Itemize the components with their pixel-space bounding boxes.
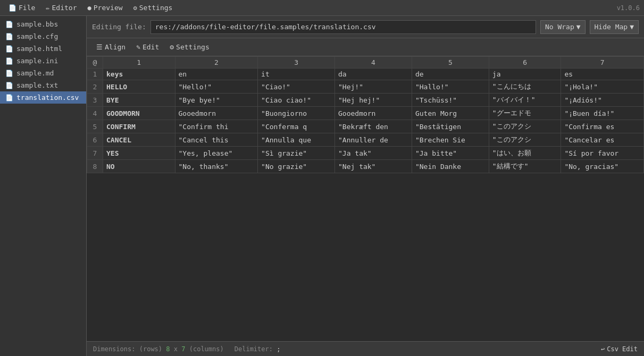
edit-label: Edit: [143, 43, 159, 51]
nowrap-dropdown[interactable]: No Wrap ▼: [540, 20, 586, 34]
table-cell[interactable]: "Ciao ciao!": [258, 94, 335, 107]
table-cell[interactable]: Gooedmorn: [335, 107, 412, 120]
row-key[interactable]: GOODMORN: [103, 107, 175, 120]
row-key[interactable]: CANCEL: [103, 133, 175, 147]
table-cell[interactable]: "Ciao!": [258, 80, 335, 94]
menu-preview[interactable]: ● Preview: [83, 2, 127, 13]
table-cell[interactable]: da: [335, 69, 412, 80]
csv-edit-button[interactable]: ↩ Csv Edit: [601, 345, 638, 353]
table-cell[interactable]: ja: [489, 69, 561, 80]
table-cell[interactable]: "Buongiorno: [258, 107, 335, 120]
settings-toolbar-label: Settings: [176, 43, 210, 51]
sidebar-item-sample-md[interactable]: 📄 sample.md: [0, 67, 86, 79]
table-cell[interactable]: "このアクシ: [489, 120, 561, 133]
hidemap-dropdown[interactable]: Hide Map ▼: [590, 20, 639, 34]
table-cell[interactable]: "Confirma es: [561, 120, 644, 133]
table-cell[interactable]: "Annuller de: [335, 133, 412, 147]
menu-settings[interactable]: ⚙ Settings: [129, 2, 177, 13]
row-key[interactable]: keys: [103, 69, 175, 80]
table-cell[interactable]: "No, thanks": [175, 160, 258, 173]
table-row[interactable]: 4GOODMORNGooedmorn"BuongiornoGooedmornGu…: [87, 107, 644, 120]
table-row[interactable]: 1keysenitdadejaes: [87, 69, 644, 80]
table-cell[interactable]: es: [561, 69, 644, 80]
table-cell[interactable]: "No grazie": [258, 160, 335, 173]
table-cell[interactable]: "Yes, please": [175, 147, 258, 160]
table-cell[interactable]: de: [412, 69, 489, 80]
menu-bar: 📄 File ✏️ Editor ● Preview ⚙ Settings v1…: [0, 0, 644, 16]
sidebar-item-sample-bbs[interactable]: 📄 sample.bbs: [0, 18, 86, 30]
table-cell[interactable]: "Nein Danke: [412, 160, 489, 173]
preview-icon: ●: [88, 4, 91, 12]
table-row[interactable]: 7YES"Yes, please""Sì grazie""Ja tak""Ja …: [87, 147, 644, 160]
table-cell[interactable]: Gooedmorn: [175, 107, 258, 120]
file-icon-bbs: 📄: [5, 21, 13, 28]
table-cell[interactable]: en: [175, 69, 258, 80]
row-key[interactable]: CONFIRM: [103, 120, 175, 133]
settings-toolbar-button[interactable]: ⚙ Settings: [165, 41, 213, 53]
table-cell[interactable]: "グーエドモ: [489, 107, 561, 120]
table-cell[interactable]: "Cancel this: [175, 133, 258, 147]
col-header-7: 7: [561, 57, 644, 69]
table-cell[interactable]: "Hello!": [175, 80, 258, 94]
table-cell[interactable]: "Sí por favor: [561, 147, 644, 160]
row-key[interactable]: NO: [103, 160, 175, 173]
table-cell[interactable]: "このアクシ: [489, 133, 561, 147]
table-row[interactable]: 8NO"No, thanks""No grazie""Nej tak""Nein…: [87, 160, 644, 173]
table-cell[interactable]: "Brechen Sie: [412, 133, 489, 147]
settings-toolbar-icon: ⚙: [170, 43, 174, 51]
table-row[interactable]: 6CANCEL"Cancel this"Annulla que"Annuller…: [87, 133, 644, 147]
table-cell[interactable]: "Conferma q: [258, 120, 335, 133]
sidebar-item-sample-html[interactable]: 📄 sample.html: [0, 43, 86, 55]
row-number: 8: [87, 160, 103, 173]
table-cell[interactable]: "はい、お願: [489, 147, 561, 160]
table-cell[interactable]: "Bestätigen: [412, 120, 489, 133]
table-row[interactable]: 5CONFIRM"Confirm thi"Conferma q"Bekræft …: [87, 120, 644, 133]
main-layout: 📄 sample.bbs 📄 sample.cfg 📄 sample.html …: [0, 16, 644, 356]
table-cell[interactable]: "Cancelar es: [561, 133, 644, 147]
sidebar-item-sample-cfg[interactable]: 📄 sample.cfg: [0, 30, 86, 43]
row-key[interactable]: HELLO: [103, 80, 175, 94]
table-cell[interactable]: "Tschüss!": [412, 94, 489, 107]
sidebar-item-sample-ini[interactable]: 📄 sample.ini: [0, 55, 86, 67]
table-cell[interactable]: "Sì grazie": [258, 147, 335, 160]
table-cell[interactable]: "Confirm thi: [175, 120, 258, 133]
edit-button[interactable]: ✎ Edit: [132, 41, 163, 53]
editing-path-input[interactable]: [150, 20, 536, 34]
table-cell[interactable]: "Hej hej!": [335, 94, 412, 107]
row-number: 1: [87, 69, 103, 80]
row-key[interactable]: BYE: [103, 94, 175, 107]
table-cell[interactable]: "Bekræft den: [335, 120, 412, 133]
table-cell[interactable]: "こんにちは: [489, 80, 561, 94]
table-cell[interactable]: "Ja bitte": [412, 147, 489, 160]
table-cell[interactable]: "バイバイ！": [489, 94, 561, 107]
sidebar-item-sample-txt[interactable]: 📄 sample.txt: [0, 79, 86, 91]
file-icon-html: 📄: [5, 45, 13, 53]
table-cell[interactable]: "Annulla que: [258, 133, 335, 147]
status-bar: Dimensions: (rows) 8 x 7 (columns) Delim…: [87, 341, 644, 356]
table-cell[interactable]: "Hallo!": [412, 80, 489, 94]
table-cell[interactable]: it: [258, 69, 335, 80]
rows-label: (rows): [139, 345, 162, 353]
table-cell[interactable]: "¡Adiós!": [561, 94, 644, 107]
table-cell[interactable]: Guten Morg: [412, 107, 489, 120]
align-button[interactable]: ☰ Align: [92, 41, 130, 53]
menu-editor[interactable]: ✏️ Editor: [41, 2, 81, 13]
table-row[interactable]: 2HELLO"Hello!""Ciao!""Hej!""Hallo!""こんにち…: [87, 80, 644, 94]
table-cell[interactable]: "¡Hola!": [561, 80, 644, 94]
table-row[interactable]: 3BYE"Bye bye!""Ciao ciao!""Hej hej!""Tsc…: [87, 94, 644, 107]
cols-value: 7: [181, 345, 185, 353]
settings-icon: ⚙: [133, 4, 137, 12]
table-cell[interactable]: "Ja tak": [335, 147, 412, 160]
table-cell[interactable]: "結構です": [489, 160, 561, 173]
table-cell[interactable]: "No, gracias": [561, 160, 644, 173]
table-cell[interactable]: "Nej tak": [335, 160, 412, 173]
table-cell[interactable]: "¡Buen día!": [561, 107, 644, 120]
col-header-6: 6: [489, 57, 561, 69]
col-header-3: 3: [258, 57, 335, 69]
row-key[interactable]: YES: [103, 147, 175, 160]
menu-file[interactable]: 📄 File: [4, 2, 39, 13]
table-cell[interactable]: "Hej!": [335, 80, 412, 94]
sidebar-item-translation-csv[interactable]: 📄 translation.csv: [0, 91, 86, 104]
file-icon: 📄: [9, 4, 16, 12]
table-cell[interactable]: "Bye bye!": [175, 94, 258, 107]
